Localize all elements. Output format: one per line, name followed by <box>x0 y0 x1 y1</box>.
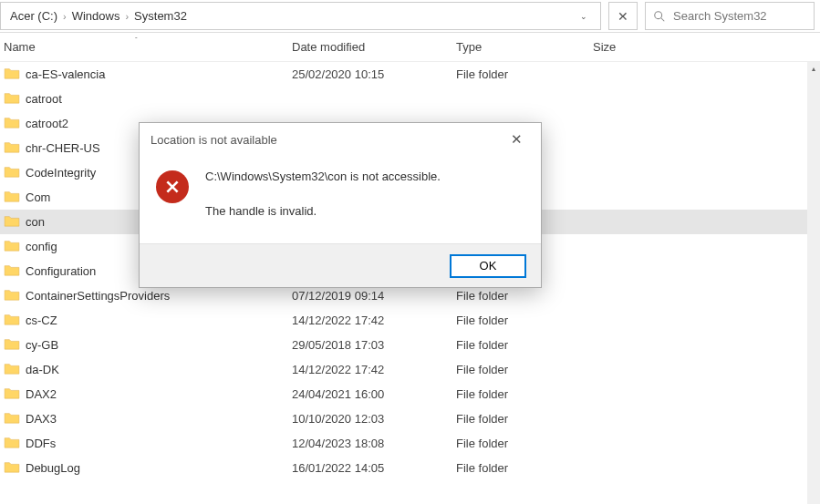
file-date: 25/02/2020 10:15 <box>292 67 456 81</box>
file-date: 10/10/2020 12:03 <box>292 412 456 426</box>
search-icon <box>653 10 666 23</box>
breadcrumb-seg2[interactable]: System32 <box>130 6 191 26</box>
table-row[interactable]: cs-CZ14/12/2022 17:42File folder <box>0 308 820 333</box>
file-date: 12/04/2023 18:08 <box>292 437 456 450</box>
file-name: DAX3 <box>26 412 57 426</box>
svg-point-0 <box>655 11 662 18</box>
folder-icon <box>4 165 20 180</box>
column-header-name[interactable]: Name <box>4 40 292 54</box>
folder-icon <box>4 288 20 303</box>
file-type: File folder <box>456 67 593 81</box>
file-date: 07/12/2019 09:14 <box>292 289 456 303</box>
column-headers: ˆ Name Date modified Type Size <box>0 33 820 62</box>
folder-icon <box>4 313 20 328</box>
file-name: DebugLog <box>26 461 80 475</box>
svg-line-1 <box>661 17 665 21</box>
file-type: File folder <box>456 338 593 352</box>
file-date: 14/12/2022 17:42 <box>292 363 456 376</box>
folder-icon <box>4 67 20 82</box>
folder-icon <box>4 190 20 205</box>
column-header-type[interactable]: Type <box>456 40 593 54</box>
file-name: chr-CHER-US <box>26 141 100 155</box>
file-date: 16/01/2022 14:05 <box>292 461 456 475</box>
chevron-right-icon: › <box>123 11 130 22</box>
ok-button[interactable]: OK <box>450 254 526 278</box>
file-name: con <box>26 215 45 229</box>
file-type: File folder <box>456 314 593 327</box>
table-row[interactable]: DebugLog16/01/2022 14:05File folder <box>0 456 820 480</box>
file-type: File folder <box>456 387 593 401</box>
scrollbar[interactable]: ▴ <box>807 62 820 504</box>
breadcrumb[interactable]: Acer (C:) › Windows › System32 ⌄ <box>0 2 601 30</box>
file-name: CodeIntegrity <box>26 166 96 180</box>
error-icon <box>156 170 189 203</box>
folder-icon <box>4 362 20 377</box>
table-row[interactable]: cy-GB29/05/2018 17:03File folder <box>0 333 820 357</box>
file-name: da-DK <box>26 363 59 376</box>
folder-icon <box>4 91 20 107</box>
chevron-right-icon: › <box>61 11 68 22</box>
folder-icon <box>4 116 20 131</box>
chevron-down-icon[interactable]: ⌄ <box>573 12 595 21</box>
table-row[interactable]: DAX310/10/2020 12:03File folder <box>0 406 820 431</box>
file-name: ContainerSettingsProviders <box>26 289 170 303</box>
table-row[interactable]: ca-ES-valencia25/02/2020 10:15File folde… <box>0 62 820 87</box>
table-row[interactable]: da-DK14/12/2022 17:42File folder <box>0 357 820 382</box>
file-type: File folder <box>456 461 593 475</box>
table-row[interactable]: DAX224/04/2021 16:00File folder <box>0 382 820 406</box>
file-date: 29/05/2018 17:03 <box>292 338 456 352</box>
file-name: catroot <box>26 92 62 106</box>
breadcrumb-seg1[interactable]: Windows <box>68 6 124 26</box>
refresh-stop-button[interactable]: ✕ <box>608 2 638 30</box>
column-header-size[interactable]: Size <box>593 40 684 54</box>
file-type: File folder <box>456 437 593 450</box>
folder-icon <box>4 411 20 427</box>
table-row[interactable]: DDFs12/04/2023 18:08File folder <box>0 431 820 456</box>
file-name: config <box>26 240 57 253</box>
folder-icon <box>4 436 20 451</box>
dialog-titlebar[interactable]: Location is not available ✕ <box>140 123 541 156</box>
sort-indicator-icon: ˆ <box>135 36 138 44</box>
file-name: cy-GB <box>26 338 58 352</box>
folder-icon <box>4 386 20 402</box>
dialog-message: C:\Windows\System32\con is not accessibl… <box>205 169 441 220</box>
folder-icon <box>4 263 20 279</box>
column-header-date[interactable]: Date modified <box>292 40 456 54</box>
search-input[interactable]: Search System32 <box>645 2 815 30</box>
folder-icon <box>4 239 20 254</box>
folder-icon <box>4 214 20 230</box>
file-type: File folder <box>456 412 593 426</box>
file-name: DAX2 <box>26 387 57 401</box>
error-dialog: Location is not available ✕ C:\Windows\S… <box>139 122 542 288</box>
file-name: ca-ES-valencia <box>26 67 105 81</box>
file-type: File folder <box>456 289 593 303</box>
table-row[interactable]: catroot <box>0 87 820 111</box>
file-name: cs-CZ <box>26 314 57 327</box>
file-date: 24/04/2021 16:00 <box>292 387 456 401</box>
file-name: Com <box>26 190 50 204</box>
search-placeholder: Search System32 <box>673 9 767 23</box>
file-name: Configuration <box>26 264 96 278</box>
folder-icon <box>4 460 20 476</box>
file-type: File folder <box>456 363 593 376</box>
file-date: 14/12/2022 17:42 <box>292 314 456 327</box>
breadcrumb-root[interactable]: Acer (C:) <box>6 6 61 26</box>
file-name: DDFs <box>26 437 56 450</box>
file-name: catroot2 <box>26 117 68 130</box>
dialog-title-text: Location is not available <box>151 133 277 147</box>
close-icon[interactable]: ✕ <box>503 128 530 151</box>
folder-icon <box>4 337 20 353</box>
scroll-up-icon[interactable]: ▴ <box>807 62 820 75</box>
address-bar: Acer (C:) › Windows › System32 ⌄ ✕ Searc… <box>0 0 820 33</box>
folder-icon <box>4 140 20 156</box>
